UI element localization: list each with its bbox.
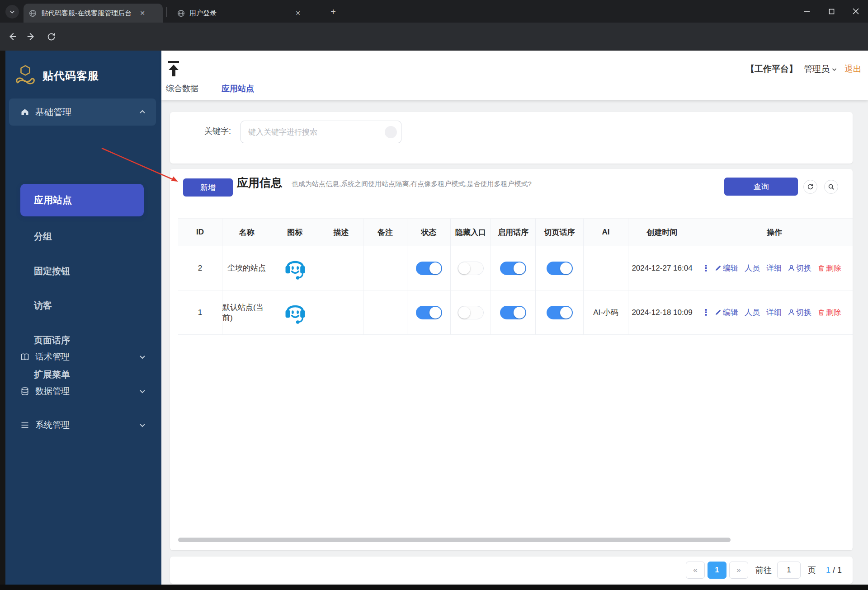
forward-icon[interactable]: [25, 31, 37, 42]
goto-label: 前往: [755, 565, 772, 576]
action-link[interactable]: 编辑: [715, 307, 738, 318]
cell-actions: ⋮编辑人员详细切换删除: [696, 290, 853, 335]
toggle-switch[interactable]: [458, 306, 484, 319]
page-status: 1 / 1: [826, 566, 842, 575]
toggle-switch[interactable]: [416, 262, 442, 275]
cell-note: [363, 246, 407, 290]
col-header-6: 状态: [407, 218, 451, 246]
browser-tab-admin[interactable]: 贴代码客服-在线客服管理后台 ✕: [24, 4, 163, 23]
col-header-9: 切页话序: [536, 218, 584, 246]
action-link[interactable]: 人员: [745, 263, 760, 273]
user-icon: [788, 309, 795, 316]
add-button[interactable]: 新增: [183, 178, 233, 197]
app-logo: 贴代码客服: [14, 64, 99, 88]
pagination-bar: « 1 » 前往 1 页 1 / 1: [170, 557, 853, 584]
window-close-button[interactable]: [844, 0, 868, 23]
keyword-input[interactable]: 键入关键字进行搜索: [241, 121, 401, 143]
tab-close-icon[interactable]: ✕: [138, 9, 147, 18]
toggle-switch[interactable]: [547, 306, 573, 319]
new-tab-button[interactable]: +: [327, 6, 339, 18]
col-header-4: 描述: [319, 218, 363, 246]
table-row: 1默认站点(当前)AI-小码2024-12-18 10:09⋮编辑人员详细切换删…: [178, 290, 853, 335]
search-icon: [828, 183, 835, 190]
tab-search-chevron-icon[interactable]: [5, 5, 19, 19]
keyword-placeholder: 键入关键字进行搜索: [248, 127, 317, 137]
search-button[interactable]: [824, 180, 838, 194]
cell-id: 2: [178, 246, 222, 290]
query-button[interactable]: 查询: [724, 178, 798, 196]
headset-icon: [283, 256, 308, 281]
col-header-8: 启用话序: [491, 218, 536, 246]
window-edge: [0, 585, 868, 590]
action-link[interactable]: 切换: [788, 307, 811, 318]
more-actions-icon[interactable]: ⋮: [702, 263, 710, 273]
col-header-7: 隐藏入口: [451, 218, 491, 246]
collapse-up-icon[interactable]: [168, 60, 179, 78]
tab-close-icon[interactable]: ✕: [293, 9, 302, 18]
cell-toggle-1: [407, 290, 451, 335]
next-page-button[interactable]: »: [729, 562, 748, 579]
browser-tab-login[interactable]: 用户登录 ✕: [172, 4, 316, 23]
toggle-switch[interactable]: [547, 262, 573, 275]
cell-toggle-2: [451, 246, 491, 290]
home-icon: [20, 108, 29, 117]
toggle-switch[interactable]: [458, 262, 484, 275]
window-maximize-button[interactable]: [819, 0, 844, 23]
more-actions-icon[interactable]: ⋮: [702, 307, 710, 318]
page-tab-sites[interactable]: 应用站点: [222, 83, 254, 94]
toggle-switch[interactable]: [416, 306, 442, 319]
action-link[interactable]: 详细: [766, 307, 782, 318]
toggle-switch[interactable]: [500, 306, 526, 319]
sidebar-group-label: 话术管理: [35, 351, 70, 363]
window-minimize-button[interactable]: [795, 0, 819, 23]
action-link[interactable]: 删除: [818, 263, 841, 273]
action-link[interactable]: 编辑: [715, 263, 738, 273]
user-dropdown[interactable]: 管理员: [804, 63, 830, 75]
cell-description: [319, 290, 363, 335]
action-link[interactable]: 删除: [818, 307, 841, 318]
back-icon[interactable]: [6, 31, 18, 42]
sidebar-group-system[interactable]: 系统管理: [9, 414, 156, 436]
action-link[interactable]: 切换: [788, 263, 811, 273]
logout-link[interactable]: 退出: [844, 63, 862, 75]
cell-toggle-4: [536, 290, 584, 335]
action-link[interactable]: 详细: [766, 263, 782, 273]
tab-title: 贴代码客服-在线客服管理后台: [41, 9, 132, 18]
horizontal-scrollbar[interactable]: [178, 538, 731, 542]
reload-icon[interactable]: [45, 31, 57, 42]
table-body: 2尘埃的站点2024-12-27 16:04⋮编辑人员详细切换删除1默认站点(当…: [178, 246, 853, 335]
sidebar-group-scripts[interactable]: 话术管理: [9, 346, 156, 368]
sidebar-item-4[interactable]: 访客: [34, 296, 52, 314]
tab-divider: [166, 7, 167, 17]
col-header-1: ID: [178, 218, 222, 246]
col-header-12: 操作: [696, 218, 853, 246]
cell-note: [363, 290, 407, 335]
goto-page-input[interactable]: 1: [777, 562, 801, 579]
col-header-3: 图标: [271, 218, 319, 246]
main-header: 综合数据 应用站点 【工作平台】 管理员 退出: [161, 51, 868, 100]
user-icon: [788, 265, 795, 272]
page-1-button[interactable]: 1: [708, 562, 726, 579]
cell-created-time: 2024-12-18 10:09: [628, 290, 696, 335]
col-header-5: 备注: [363, 218, 407, 246]
cell-description: [319, 246, 363, 290]
cell-icon: [271, 246, 319, 290]
refresh-icon: [807, 183, 814, 190]
sidebar-item-2[interactable]: 分组: [34, 227, 52, 245]
input-clear-circle[interactable]: [385, 126, 397, 138]
page-unit-label: 页: [808, 565, 816, 576]
sidebar-item-3[interactable]: 固定按钮: [34, 262, 70, 280]
toggle-switch[interactable]: [500, 262, 526, 275]
edit-icon: [715, 265, 722, 272]
sidebar-item-1[interactable]: 应用站点: [20, 184, 144, 216]
section-title: 应用信息: [237, 175, 282, 190]
cell-created-time: 2024-12-27 16:04: [628, 246, 696, 290]
sidebar-group-data[interactable]: 数据管理: [9, 380, 156, 402]
refresh-button[interactable]: [803, 180, 817, 194]
sidebar-group-basic[interactable]: 基础管理: [9, 98, 156, 126]
prev-page-button[interactable]: «: [686, 562, 705, 579]
chevron-down-icon: [139, 388, 146, 395]
page-tab-overview[interactable]: 综合数据: [166, 83, 198, 94]
action-link[interactable]: 人员: [745, 307, 760, 318]
browser-tabstrip: 贴代码客服-在线客服管理后台 ✕ 用户登录 ✕ +: [0, 0, 868, 23]
